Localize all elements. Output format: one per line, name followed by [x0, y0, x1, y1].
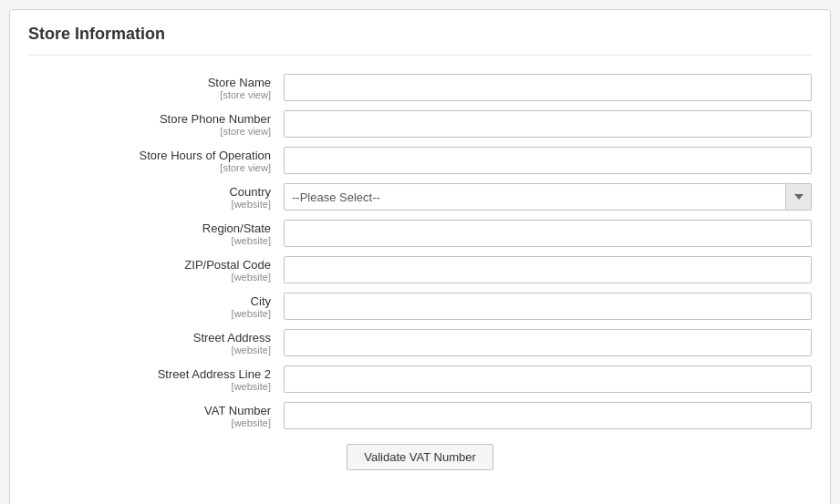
country-select[interactable]: --Please Select--: [284, 183, 786, 211]
card-title: Store Information: [28, 25, 812, 56]
field-wrap-zip: [284, 256, 812, 283]
store-information-card: Store Information Store Name [store view…: [9, 9, 831, 504]
label-country: Country: [28, 185, 271, 199]
form-row-store-hours: Store Hours of Operation [store view]: [28, 147, 812, 174]
zip-input[interactable]: [284, 256, 812, 283]
chevron-down-icon: [794, 194, 804, 200]
label-store-hours: Store Hours of Operation: [28, 149, 271, 162]
validate-btn-row: Validate VAT Number: [28, 444, 812, 470]
form-row-zip: ZIP/Postal Code [website]: [28, 256, 812, 283]
field-wrap-store-hours: [284, 147, 812, 174]
label-vat: VAT Number: [28, 404, 271, 417]
field-wrap-store-name: [284, 74, 812, 101]
form-row-street: Street Address [website]: [28, 329, 812, 356]
label-street: Street Address: [28, 331, 271, 345]
label-wrap-zip: ZIP/Postal Code [website]: [28, 258, 284, 283]
label-wrap-vat: VAT Number [website]: [28, 404, 284, 428]
form-row-store-name: Store Name [store view]: [28, 74, 812, 101]
scope-store-hours: [store view]: [28, 162, 271, 173]
scope-city: [website]: [28, 308, 271, 319]
label-store-phone: Store Phone Number: [28, 112, 271, 126]
scope-vat: [website]: [28, 417, 271, 428]
scope-store-name: [store view]: [28, 89, 271, 100]
label-wrap-store-name: Store Name [store view]: [28, 76, 284, 100]
country-select-arrow[interactable]: [786, 183, 812, 211]
field-wrap-city: [284, 293, 812, 320]
label-wrap-store-phone: Store Phone Number [store view]: [28, 112, 284, 137]
label-wrap-country: Country [website]: [28, 185, 284, 210]
street2-input[interactable]: [284, 365, 812, 393]
scope-street2: [website]: [28, 381, 271, 392]
form-row-store-phone: Store Phone Number [store view]: [28, 110, 812, 138]
label-city: City: [28, 294, 271, 308]
street-input[interactable]: [284, 329, 812, 356]
label-wrap-store-hours: Store Hours of Operation [store view]: [28, 149, 284, 173]
scope-street: [website]: [28, 345, 271, 355]
label-region: Region/State: [28, 221, 271, 235]
field-wrap-country: --Please Select--: [284, 183, 812, 211]
form-row-vat: VAT Number [website]: [28, 402, 812, 429]
country-select-wrap: --Please Select--: [284, 183, 812, 211]
label-wrap-city: City [website]: [28, 294, 284, 319]
form-container: Store Name [store view] Store Phone Numb…: [28, 74, 812, 470]
scope-store-phone: [store view]: [28, 126, 271, 137]
scope-zip: [website]: [28, 272, 271, 283]
field-wrap-region: [284, 220, 812, 247]
label-zip: ZIP/Postal Code: [28, 258, 271, 272]
field-wrap-street: [284, 329, 812, 356]
store-phone-input[interactable]: [284, 110, 812, 138]
label-store-name: Store Name: [28, 76, 271, 89]
label-wrap-street: Street Address [website]: [28, 331, 284, 355]
field-wrap-store-phone: [284, 110, 812, 138]
form-row-city: City [website]: [28, 293, 812, 320]
store-name-input[interactable]: [284, 74, 812, 101]
validate-vat-button[interactable]: Validate VAT Number: [347, 444, 493, 470]
label-wrap-region: Region/State [website]: [28, 221, 284, 246]
label-wrap-street2: Street Address Line 2 [website]: [28, 367, 284, 392]
label-street2: Street Address Line 2: [28, 367, 271, 381]
city-input[interactable]: [284, 293, 812, 320]
form-row-region: Region/State [website]: [28, 220, 812, 247]
form-row-country: Country [website] --Please Select--: [28, 183, 812, 211]
store-hours-input[interactable]: [284, 147, 812, 174]
vat-input[interactable]: [284, 402, 812, 429]
field-wrap-street2: [284, 365, 812, 393]
scope-country: [website]: [28, 199, 271, 210]
region-input[interactable]: [284, 220, 812, 247]
form-row-street2: Street Address Line 2 [website]: [28, 365, 812, 393]
field-wrap-vat: [284, 402, 812, 429]
scope-region: [website]: [28, 235, 271, 246]
